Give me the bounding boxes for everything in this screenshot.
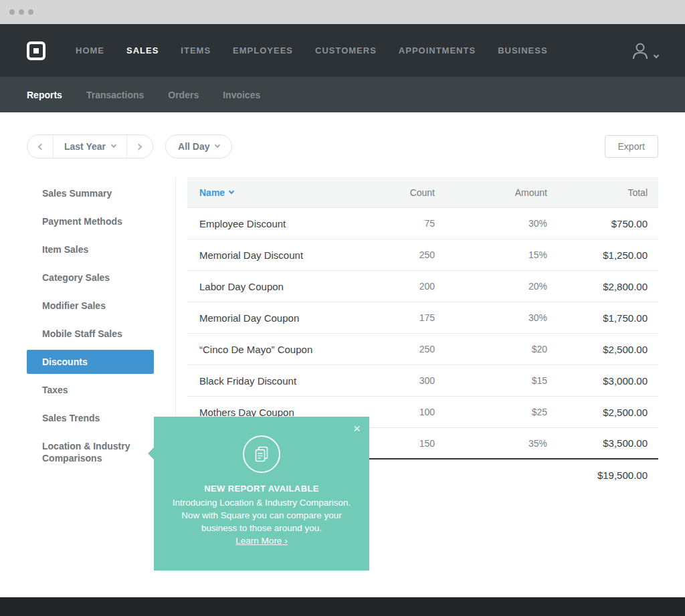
prev-period-button[interactable] bbox=[27, 135, 53, 158]
cell-name: “Cinco De Mayo” Coupon bbox=[187, 344, 341, 355]
sidebar-item-discounts[interactable]: Discounts bbox=[27, 350, 154, 374]
cell-total: $2,800.00 bbox=[547, 281, 658, 292]
nav-item-sales[interactable]: SALES bbox=[126, 45, 159, 56]
cell-amount: 30% bbox=[435, 312, 547, 323]
nav-item-employees[interactable]: EMPLOYEES bbox=[233, 45, 293, 56]
grand-total-value: $19,500.00 bbox=[547, 470, 658, 481]
chevron-down-icon bbox=[111, 142, 116, 148]
date-range-dropdown[interactable]: Last Year bbox=[53, 135, 127, 158]
table-row[interactable]: Memorial Day Coupon 175 30% $1,750.00 bbox=[187, 302, 658, 334]
sidebar-item-taxes[interactable]: Taxes bbox=[27, 378, 154, 402]
sidebar-item-category-sales[interactable]: Category Sales bbox=[27, 266, 154, 290]
main-nav: HOME SALES ITEMS EMPLOYEES CUSTOMERS APP… bbox=[0, 24, 685, 77]
cell-amount: 20% bbox=[435, 281, 547, 292]
cell-total: $3,500.00 bbox=[547, 437, 658, 449]
table-row[interactable]: Employee Discount 75 30% $750.00 bbox=[187, 208, 658, 239]
main-nav-items: HOME SALES ITEMS EMPLOYEES CUSTOMERS APP… bbox=[76, 45, 548, 56]
cell-total: $1,250.00 bbox=[547, 249, 658, 261]
table-row[interactable]: Black Friday Discount 300 $15 $3,000.00 bbox=[187, 365, 658, 397]
cell-name: Mothers Day Coupon bbox=[187, 407, 341, 418]
cell-count: 250 bbox=[341, 344, 435, 354]
chevron-down-icon bbox=[215, 142, 220, 148]
cell-total: $750.00 bbox=[547, 218, 658, 229]
time-filter-dropdown[interactable]: All Day bbox=[165, 134, 232, 159]
cell-name: Memorial Day Discount bbox=[187, 249, 341, 261]
nav-item-home[interactable]: HOME bbox=[76, 45, 104, 56]
reports-sidebar: Sales Summary Payment Methods Item Sales… bbox=[27, 177, 154, 491]
bottom-bar bbox=[0, 597, 685, 616]
cell-count: 200 bbox=[341, 281, 435, 292]
sidebar-item-modifier-sales[interactable]: Modifier Sales bbox=[27, 294, 154, 318]
cell-count: 300 bbox=[341, 375, 435, 386]
subnav-item-reports[interactable]: Reports bbox=[27, 90, 62, 100]
close-icon[interactable]: × bbox=[353, 422, 361, 435]
cell-count: 250 bbox=[341, 249, 435, 260]
column-header-total[interactable]: Total bbox=[547, 187, 658, 198]
chevron-right-icon bbox=[136, 143, 142, 150]
column-header-count[interactable]: Count bbox=[341, 187, 435, 198]
table-header: Name Count Amount Total bbox=[187, 177, 658, 208]
cell-name: Memorial Day Coupon bbox=[187, 312, 341, 324]
nav-item-customers[interactable]: CUSTOMERS bbox=[315, 45, 377, 56]
learn-more-link[interactable]: Learn More › bbox=[154, 536, 369, 546]
browser-titlebar bbox=[0, 0, 685, 24]
sub-nav: Reports Transactions Orders Invoices bbox=[0, 77, 685, 112]
cell-total: $2,500.00 bbox=[547, 344, 658, 355]
column-header-name[interactable]: Name bbox=[187, 187, 341, 198]
cell-name: Employee Discount bbox=[187, 218, 341, 229]
sidebar-item-mobile-staff-sales[interactable]: Mobile Staff Sales bbox=[27, 322, 154, 346]
cell-count: 100 bbox=[341, 407, 435, 417]
cell-name: Black Friday Discount bbox=[187, 375, 341, 387]
cell-total: $1,750.00 bbox=[547, 312, 658, 324]
account-menu[interactable] bbox=[632, 42, 658, 60]
cell-total: $3,000.00 bbox=[547, 375, 658, 387]
cell-name: Labor Day Coupon bbox=[187, 281, 341, 292]
report-icon-circle bbox=[243, 435, 280, 473]
cell-amount: 30% bbox=[435, 218, 547, 229]
cell-total: $2,500.00 bbox=[547, 407, 658, 418]
nav-item-items[interactable]: ITEMS bbox=[181, 45, 211, 56]
table-row[interactable]: Labor Day Coupon 200 20% $2,800.00 bbox=[187, 271, 658, 302]
date-range-control: Last Year bbox=[27, 134, 153, 159]
report-doc-icon bbox=[253, 445, 270, 464]
subnav-item-transactions[interactable]: Transactions bbox=[86, 90, 144, 100]
window-dot-icon bbox=[28, 9, 33, 15]
new-report-tooltip: × NEW REPORT AVAILABLE Introducing Locat… bbox=[154, 417, 369, 571]
nav-item-appointments[interactable]: APPOINTMENTS bbox=[399, 45, 476, 56]
cell-amount: 15% bbox=[435, 249, 547, 260]
content: Last Year All Day Export Sales Summary P… bbox=[0, 112, 685, 597]
time-filter-label: All Day bbox=[178, 141, 209, 152]
sidebar-item-payment-methods[interactable]: Payment Methods bbox=[27, 209, 154, 233]
cell-amount: $15 bbox=[435, 375, 547, 386]
tooltip-title: NEW REPORT AVAILABLE bbox=[154, 484, 369, 494]
sidebar-item-sales-summary[interactable]: Sales Summary bbox=[27, 181, 154, 205]
subnav-item-invoices[interactable]: Invoices bbox=[223, 90, 260, 100]
next-period-button[interactable] bbox=[127, 135, 153, 158]
chevron-down-icon bbox=[654, 52, 659, 58]
cell-amount: $25 bbox=[435, 407, 547, 417]
report-toolbar: Last Year All Day Export bbox=[27, 134, 658, 159]
cell-count: 175 bbox=[341, 312, 435, 323]
user-icon bbox=[632, 42, 651, 60]
column-header-amount[interactable]: Amount bbox=[435, 187, 547, 198]
cell-amount: 35% bbox=[435, 438, 547, 449]
square-logo[interactable] bbox=[27, 41, 45, 60]
nav-item-business[interactable]: BUSINESS bbox=[498, 45, 547, 56]
sidebar-item-sales-trends[interactable]: Sales Trends bbox=[27, 406, 154, 430]
chevron-left-icon bbox=[38, 143, 45, 150]
name-header-label: Name bbox=[199, 187, 225, 198]
cell-count: 75 bbox=[341, 218, 435, 229]
cell-amount: $20 bbox=[435, 344, 547, 354]
export-button[interactable]: Export bbox=[605, 135, 658, 158]
window-dot-icon bbox=[19, 9, 24, 15]
sidebar-item-location-industry[interactable]: Location & Industry Comparisons bbox=[27, 434, 154, 470]
tooltip-body: Introducing Location & Industry Comparis… bbox=[169, 496, 355, 534]
window-dot-icon bbox=[9, 9, 15, 15]
sort-desc-icon bbox=[229, 189, 234, 194]
sidebar-item-item-sales[interactable]: Item Sales bbox=[27, 237, 154, 262]
table-row[interactable]: “Cinco De Mayo” Coupon 250 $20 $2,500.00 bbox=[187, 334, 658, 365]
date-range-label: Last Year bbox=[64, 141, 106, 152]
table-row[interactable]: Memorial Day Discount 250 15% $1,250.00 bbox=[187, 239, 658, 271]
subnav-item-orders[interactable]: Orders bbox=[168, 90, 199, 100]
